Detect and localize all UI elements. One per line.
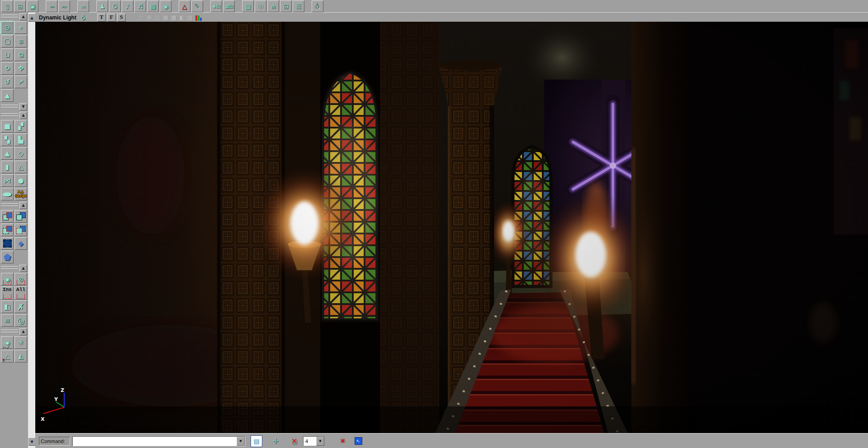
build-options-button[interactable]: ◎ bbox=[14, 314, 27, 327]
merge-brush-button[interactable]: ◭ bbox=[14, 350, 27, 362]
add-volume-button[interactable]: ⬟ bbox=[1, 251, 14, 263]
ellipsoid-builder-button[interactable]: ● bbox=[1, 188, 14, 200]
special-brush-button[interactable] bbox=[1, 237, 14, 250]
sound-browser-button[interactable]: ♬ bbox=[134, 0, 146, 12]
actor-classes-button[interactable]: ♟ bbox=[96, 0, 108, 12]
builders-scroll-up-button[interactable]: ▲ bbox=[19, 112, 27, 119]
grid-size-combobox[interactable]: 4 ▼ bbox=[303, 436, 324, 446]
maximize-viewport-button[interactable]: ↖ bbox=[352, 436, 364, 447]
add-path-node-button[interactable]: ⋔ bbox=[267, 0, 279, 12]
texture-list-browser-button[interactable]: ▦▤ bbox=[223, 0, 235, 12]
command-dropdown-button[interactable]: ▼ bbox=[237, 437, 245, 446]
open-file-button[interactable]: ⊟ bbox=[14, 0, 26, 12]
undo-button[interactable]: ⇦ bbox=[46, 0, 57, 12]
toolbox-section-collapse-button[interactable]: ▼ bbox=[19, 103, 27, 110]
stair-builder-button[interactable]: ▙ bbox=[14, 133, 27, 146]
strip-scroll-up-button[interactable]: ▲ bbox=[28, 14, 36, 22]
grip-lines[interactable] bbox=[1, 14, 18, 19]
view-depth-button[interactable]: ▨ bbox=[186, 14, 194, 21]
view-lighting-button[interactable]: ▩ bbox=[170, 14, 178, 21]
camera-move-tool[interactable]: ⊙ bbox=[1, 21, 14, 34]
sphere-builder-button[interactable]: ● bbox=[14, 174, 27, 187]
toolbox-scrollbar[interactable]: ▲ ▼ bbox=[28, 12, 35, 448]
move-rotate-tool[interactable]: ⌖ bbox=[14, 21, 27, 34]
grip-lines[interactable] bbox=[1, 203, 18, 208]
add-brush-button[interactable]: ▧ bbox=[242, 0, 254, 12]
cylinder-builder-button[interactable]: ▮ bbox=[1, 161, 14, 173]
grid-size-dropdown-button[interactable]: ▼ bbox=[316, 437, 324, 446]
shear-brush-tool[interactable]: ↗ bbox=[14, 76, 27, 88]
search-actors-button[interactable]: ∞ bbox=[77, 0, 89, 12]
rotation-snap-toggle-button[interactable]: ✳ ✕ bbox=[337, 436, 349, 447]
s-button[interactable]: S bbox=[117, 14, 126, 22]
terrain-edit-tool[interactable]: ▲ bbox=[1, 89, 14, 102]
strip-scroll-down-button[interactable]: ▼ bbox=[28, 438, 36, 446]
view-textured-button[interactable]: ▦ bbox=[162, 14, 170, 21]
invert-selection-button[interactable]: ◧ bbox=[1, 300, 14, 313]
terrain-builder-button[interactable]: ▲ bbox=[1, 147, 14, 160]
surface-properties-button[interactable]: ☰ bbox=[293, 0, 304, 12]
add-mover-button[interactable]: ⊡ bbox=[280, 0, 292, 12]
texture-browser-button[interactable]: ▦ bbox=[147, 0, 159, 12]
clipping-scroll-up-button[interactable]: ▲ bbox=[19, 328, 27, 335]
actor-list-browser-button[interactable]: ♟▤ bbox=[210, 0, 222, 12]
curved-stair-builder-button[interactable]: ▞ bbox=[14, 120, 27, 133]
ai-script-button[interactable]: A.I.Script bbox=[14, 188, 27, 200]
hide-actors-button[interactable]: ✗ bbox=[14, 300, 27, 313]
command-combobox[interactable]: ▼ bbox=[72, 436, 245, 446]
view-zones-button[interactable]: ⊠ bbox=[146, 14, 153, 21]
rotate-brush-tool[interactable]: ↻ bbox=[1, 62, 14, 75]
t-button[interactable]: T bbox=[97, 14, 106, 22]
cone-builder-button[interactable]: △ bbox=[14, 161, 27, 173]
drag-grid-toggle-button[interactable]: ✛ bbox=[270, 436, 280, 447]
check-brush-button[interactable]: △? bbox=[1, 350, 14, 362]
play-level-button[interactable]: ♁ bbox=[312, 0, 323, 12]
actor-rotate-tool[interactable]: ↺ bbox=[1, 76, 14, 88]
vertex-edit-tool[interactable]: ⊔ bbox=[1, 48, 14, 61]
vertex-snap-button[interactable]: ✳ bbox=[14, 336, 27, 349]
hide-selected-button[interactable]: ⊘ bbox=[14, 273, 27, 286]
csg-subtract-button[interactable] bbox=[14, 210, 27, 223]
select-all-button[interactable]: All bbox=[14, 286, 27, 300]
view-zoneportal-button[interactable]: ◧ bbox=[178, 14, 186, 21]
grip-lines[interactable] bbox=[1, 266, 18, 271]
edit-brush-tool[interactable]: ▢ bbox=[1, 35, 14, 48]
view-polys-button[interactable]: ◫ bbox=[154, 14, 161, 21]
group-browser-button[interactable]: G bbox=[109, 0, 121, 12]
grid-snap-toggle-button[interactable]: ▦ ✕ bbox=[289, 436, 299, 447]
redo-button[interactable]: ⇨ bbox=[58, 0, 70, 12]
add-light-button[interactable]: ☉ bbox=[255, 0, 266, 12]
save-file-button[interactable]: ▣ bbox=[27, 0, 38, 12]
log-window-button[interactable]: ▤ bbox=[251, 435, 262, 447]
align-markers-button[interactable]: ≡ bbox=[1, 314, 14, 327]
f-button[interactable]: F bbox=[107, 14, 116, 22]
visibility-scroll-up-button[interactable]: ▲ bbox=[19, 265, 27, 272]
brush-pivot-tool[interactable]: ⧉ bbox=[14, 48, 27, 61]
volumetric-builder-button[interactable]: ⋈ bbox=[1, 174, 14, 187]
music-browser-button[interactable]: ♪ bbox=[122, 0, 133, 12]
csg-intersect-button[interactable] bbox=[1, 224, 14, 236]
translate-brush-tool[interactable]: ✥ bbox=[14, 62, 27, 75]
viewport-3d[interactable]: X Y Z bbox=[35, 22, 868, 433]
spiral-stair-builder-button[interactable]: ▚ bbox=[1, 133, 14, 146]
mesh-viewer-button[interactable]: △ bbox=[179, 0, 190, 12]
show-selected-button[interactable]: ◉ bbox=[1, 273, 14, 286]
new-file-button[interactable]: ▯ bbox=[1, 0, 13, 12]
csg-add-button[interactable] bbox=[1, 210, 14, 223]
shape-editor-button[interactable]: ✎ bbox=[191, 0, 203, 12]
toolbox-scroll-up-button[interactable]: ▲ bbox=[19, 13, 27, 20]
csg-scroll-up-button[interactable]: ▲ bbox=[19, 202, 27, 209]
scale-brush-tool[interactable]: ⧈ bbox=[14, 35, 27, 48]
view-wireframe-button[interactable]: ◻ bbox=[138, 14, 145, 21]
grip-lines[interactable] bbox=[1, 329, 18, 334]
camera-clip-button[interactable]: ◉clip bbox=[1, 336, 14, 349]
grip-lines[interactable] bbox=[1, 113, 18, 118]
grip-lines[interactable] bbox=[1, 105, 18, 109]
select-inside-button[interactable]: Ins bbox=[1, 286, 14, 300]
command-input[interactable] bbox=[74, 437, 237, 445]
cube-builder-button[interactable]: ■ bbox=[1, 120, 14, 133]
prefab-browser-button[interactable]: ◉ bbox=[160, 0, 171, 12]
sheet-builder-button[interactable]: ◇ bbox=[14, 147, 27, 160]
csg-deintersect-button[interactable] bbox=[14, 224, 27, 236]
add-movable-brush-button[interactable]: ◆ bbox=[14, 237, 27, 250]
